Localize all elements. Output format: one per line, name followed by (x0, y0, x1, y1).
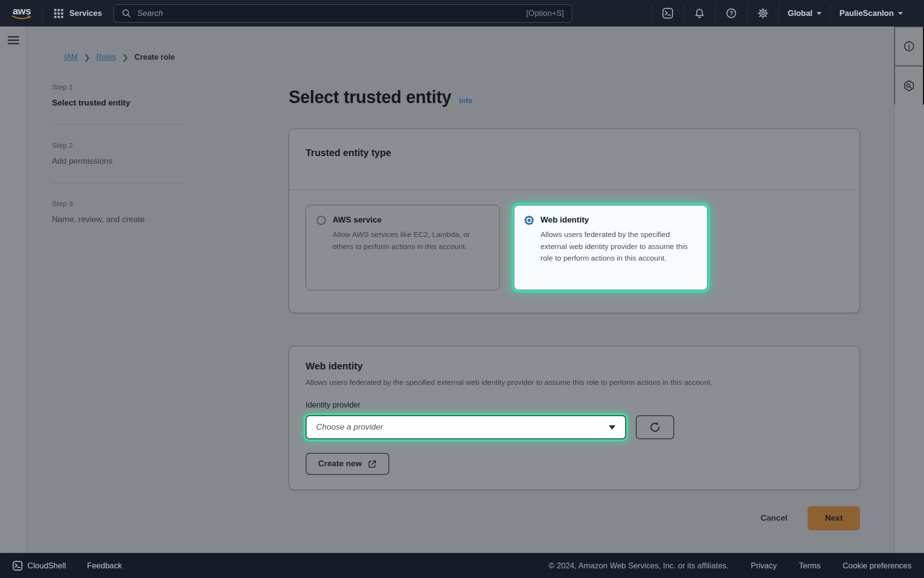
left-nav-rail (0, 26, 27, 553)
bell-icon (694, 8, 705, 19)
hexagon-resource-icon (903, 80, 915, 92)
create-new-label: Create new (318, 459, 362, 469)
aws-smile-icon (12, 15, 32, 20)
cloudshell-label: CloudShell (27, 561, 66, 570)
option-aws-service-title: AWS service (333, 215, 489, 225)
refresh-providers-button[interactable] (636, 415, 674, 439)
step-3: Step 3 Name, review, and create (52, 199, 184, 224)
step-2: Step 2 Add permissions (52, 141, 184, 166)
topbar-divider (42, 5, 43, 22)
caret-down-icon (817, 12, 821, 15)
step-1-number: Step 1 (52, 83, 184, 92)
info-panel-button[interactable] (894, 26, 924, 66)
chevron-right-icon: ❯ (122, 53, 128, 62)
aws-console-page: aws Services Search (0, 0, 924, 578)
web-identity-card: Web identity Allows users federated by t… (289, 346, 860, 490)
step-2-title: Add permissions (52, 157, 184, 166)
option-aws-service-description: Allow AWS services like EC2, Lambda, or … (333, 229, 489, 252)
cloudshell-footer-button[interactable]: CloudShell (13, 561, 66, 571)
option-aws-service[interactable]: AWS service Allow AWS services like EC2,… (306, 205, 500, 290)
page-title: Select trusted entity (289, 88, 451, 107)
aws-logo-text: aws (13, 7, 31, 15)
account-menu[interactable]: PaulieScanlon (831, 0, 911, 26)
region-selector[interactable]: Global (779, 0, 830, 26)
info-link[interactable]: Info (459, 96, 473, 105)
privacy-link[interactable]: Privacy (751, 561, 777, 570)
caret-down-icon (898, 12, 903, 15)
cloudshell-terminal-icon (662, 8, 673, 19)
refresh-icon (649, 421, 661, 434)
create-new-provider-button[interactable]: Create new (306, 453, 389, 475)
breadcrumb-current: Create role (135, 53, 175, 62)
footer-bar: CloudShell Feedback © 2024, Amazon Web S… (0, 553, 924, 578)
services-menu-button[interactable]: Services (53, 8, 102, 19)
step-3-number: Step 3 (52, 199, 184, 208)
settings-button[interactable] (747, 0, 779, 26)
identity-provider-label: Identity provider (306, 400, 843, 410)
trusted-entity-type-title: Trusted entity type (306, 146, 843, 159)
gear-icon (757, 8, 769, 19)
footer-right-group: © 2024, Amazon Web Services, Inc. or its… (549, 561, 911, 570)
top-navigation-bar: aws Services Search (0, 0, 924, 26)
radio-unselected-icon[interactable] (317, 216, 326, 225)
breadcrumb: IAM ❯ Roles ❯ Create role (64, 53, 175, 62)
services-label: Services (69, 9, 102, 18)
steps-divider (52, 183, 184, 183)
trusted-entity-type-card: Trusted entity type AWS service Allow AW… (289, 129, 860, 313)
cloudshell-terminal-icon (13, 561, 23, 571)
next-button[interactable]: Next (808, 506, 860, 530)
step-1: Step 1 Select trusted entity (52, 83, 184, 108)
identity-provider-placeholder: Choose a provider (316, 422, 383, 432)
step-1-title: Select trusted entity (52, 98, 184, 108)
radio-selected-icon[interactable] (525, 216, 534, 225)
account-label: PaulieScanlon (839, 9, 894, 18)
identity-provider-select[interactable]: Choose a provider (306, 415, 626, 439)
breadcrumb-roles-link[interactable]: Roles (96, 53, 116, 62)
search-placeholder: Search (137, 9, 163, 18)
external-link-icon (368, 460, 377, 469)
region-label: Global (788, 9, 812, 18)
web-identity-heading: Web identity (306, 360, 843, 372)
search-shortcut-hint: [Option+S] (526, 9, 564, 18)
option-web-identity[interactable]: Web identity Allows users federated by t… (513, 205, 708, 290)
option-web-identity-description: Allows users federated by the specified … (540, 229, 697, 264)
notifications-button[interactable] (684, 0, 715, 26)
search-input[interactable]: Search [Option+S] (114, 4, 572, 23)
right-tools-rail (894, 26, 924, 553)
chevron-right-icon: ❯ (84, 53, 90, 62)
cookie-preferences-link[interactable]: Cookie preferences (843, 561, 911, 570)
option-web-identity-title: Web identity (540, 215, 697, 225)
copyright-text: © 2024, Amazon Web Services, Inc. or its… (549, 561, 729, 570)
wizard-actions: Cancel Next (289, 506, 860, 530)
dropdown-caret-icon (609, 425, 616, 430)
cancel-button[interactable]: Cancel (760, 513, 787, 523)
terms-link[interactable]: Terms (799, 561, 821, 570)
topbar-right-group: ? Global (652, 0, 924, 26)
step-2-number: Step 2 (52, 141, 184, 150)
resources-panel-button[interactable] (894, 66, 924, 105)
search-icon (122, 9, 131, 18)
svg-text:?: ? (730, 10, 733, 17)
steps-divider (52, 124, 184, 125)
web-identity-description: Allows users federated by the specified … (306, 376, 840, 388)
breadcrumb-iam-link[interactable]: IAM (64, 53, 77, 62)
info-circle-icon (903, 40, 915, 52)
help-button[interactable]: ? (716, 0, 747, 26)
trusted-entity-type-header: Trusted entity type (289, 129, 860, 190)
step-3-title: Name, review, and create (52, 215, 184, 224)
main-content: Select trusted entity Info Trusted entit… (289, 88, 860, 530)
feedback-link[interactable]: Feedback (87, 561, 122, 570)
cloudshell-button[interactable] (652, 0, 683, 26)
hamburger-menu-button[interactable] (8, 36, 19, 47)
wizard-steps-nav: Step 1 Select trusted entity Step 2 Add … (52, 83, 184, 224)
help-question-icon: ? (726, 8, 737, 19)
aws-logo[interactable]: aws (12, 7, 32, 20)
services-grid-icon (53, 8, 64, 19)
